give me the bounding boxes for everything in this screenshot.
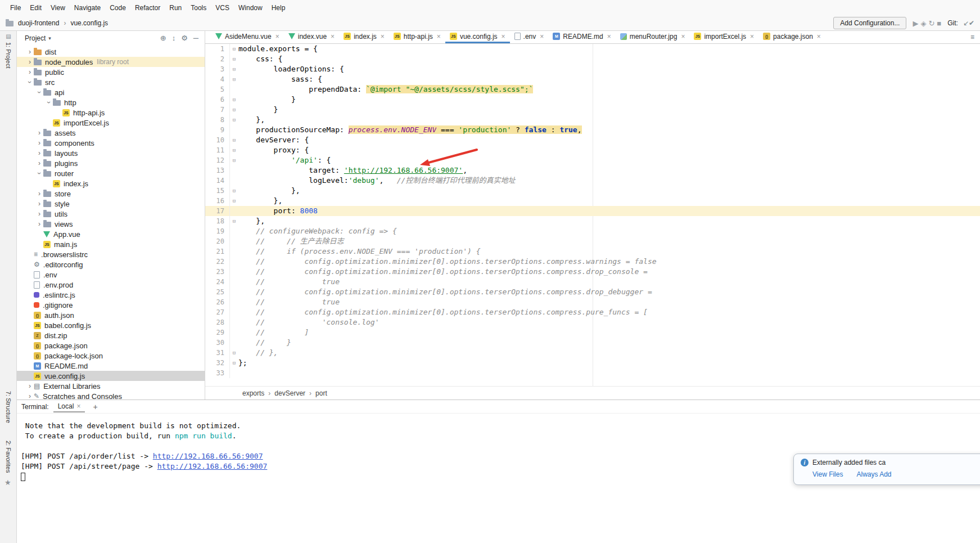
vcs-commit-icon[interactable]: ✔ bbox=[969, 19, 974, 27]
chevron-collapsed-icon[interactable]: › bbox=[35, 160, 43, 167]
tab-close-icon[interactable]: × bbox=[607, 33, 611, 41]
menu-item-help[interactable]: Help bbox=[267, 2, 290, 14]
terminal-url-link[interactable]: http://192.168.66.56:9007 bbox=[153, 452, 263, 460]
tree-item-index-js[interactable]: JSindex.js bbox=[17, 178, 205, 189]
editor-tab--env[interactable]: .env× bbox=[510, 31, 549, 43]
debug-icon[interactable]: ◈ bbox=[919, 19, 927, 28]
fold-marker-icon[interactable]: ⊟ bbox=[230, 44, 238, 54]
settings-gear-icon[interactable]: ⚙ bbox=[178, 34, 191, 42]
tree-item-assets[interactable]: ›assets bbox=[17, 128, 205, 138]
tree-item-dist-zip[interactable]: Zdist.zip bbox=[17, 330, 205, 340]
project-panel-title[interactable]: Project bbox=[25, 34, 46, 42]
stop-icon[interactable]: ■ bbox=[936, 19, 942, 28]
tool-window-tab-structure[interactable]: 7: Structure bbox=[2, 391, 15, 423]
tree-item-auth-json[interactable]: {}auth.json bbox=[17, 310, 205, 320]
code-area[interactable]: 1⊟module.exports = {2⊟ css: {3⊟ loaderOp… bbox=[205, 44, 980, 386]
fold-marker-icon[interactable]: ⊟ bbox=[230, 64, 238, 74]
hide-panel-icon[interactable]: ─ bbox=[191, 34, 201, 42]
tab-close-icon[interactable]: × bbox=[750, 33, 754, 41]
tree-item-router[interactable]: ›router bbox=[17, 168, 205, 178]
tree-item-vue-config-js[interactable]: JSvue.config.js bbox=[17, 371, 205, 381]
chevron-expanded-icon[interactable]: › bbox=[36, 88, 43, 96]
fold-marker-icon[interactable]: ⊟ bbox=[230, 196, 238, 206]
fold-marker-icon[interactable]: ⊟ bbox=[230, 135, 238, 145]
tree-item-layouts[interactable]: ›layouts bbox=[17, 148, 205, 158]
terminal-tab-local[interactable]: Local × bbox=[53, 401, 85, 412]
menu-item-vcs[interactable]: VCS bbox=[211, 2, 234, 14]
url-token[interactable]: 'http://192.168.66.56:9007' bbox=[344, 166, 463, 174]
chevron-collapsed-icon[interactable]: › bbox=[35, 140, 43, 146]
expand-collapse-icon[interactable]: ↕ bbox=[169, 34, 179, 42]
tree-item-babel-config-js[interactable]: JSbabel.config.js bbox=[17, 320, 205, 330]
editor-tab-asidemenu-vue[interactable]: AsideMenu.vue× bbox=[211, 31, 284, 43]
fold-marker-icon[interactable]: ⊟ bbox=[230, 186, 238, 196]
chevron-expanded-icon[interactable]: › bbox=[26, 78, 33, 86]
new-terminal-button[interactable]: + bbox=[89, 402, 101, 411]
tab-close-icon[interactable]: × bbox=[437, 33, 441, 41]
favorites-star-icon[interactable]: ★ bbox=[4, 478, 11, 487]
fold-marker-icon[interactable]: ⊟ bbox=[230, 358, 238, 368]
menu-item-view[interactable]: View bbox=[46, 2, 70, 14]
tree-item--gitignore[interactable]: .gitignore bbox=[17, 300, 205, 310]
fold-marker-icon[interactable]: ⊟ bbox=[230, 216, 238, 226]
view-files-link[interactable]: View Files bbox=[812, 470, 843, 478]
tab-list-icon[interactable]: ≡ bbox=[970, 33, 980, 41]
tree-item-dist[interactable]: ›dist bbox=[17, 47, 205, 57]
tool-window-tab-project[interactable]: ▤ 1: Project bbox=[2, 33, 15, 68]
tab-close-icon[interactable]: × bbox=[502, 33, 505, 41]
tree-item-package-lock-json[interactable]: {}package-lock.json bbox=[17, 351, 205, 361]
fold-marker-icon[interactable]: ⊟ bbox=[230, 74, 238, 84]
tree-item-app-vue[interactable]: App.vue bbox=[17, 229, 205, 239]
tree-item-src[interactable]: ›src bbox=[17, 77, 205, 87]
tab-close-icon[interactable]: × bbox=[381, 33, 385, 41]
tree-item-readme-md[interactable]: MREADME.md bbox=[17, 361, 205, 371]
tab-close-icon[interactable]: × bbox=[276, 33, 279, 41]
editor-breadcrumb-item[interactable]: exports bbox=[242, 389, 264, 397]
vcs-update-icon[interactable]: ↙ bbox=[963, 19, 969, 27]
editor-tab-http-api-js[interactable]: JShttp-api.js× bbox=[389, 31, 445, 43]
chevron-collapsed-icon[interactable]: › bbox=[35, 200, 43, 207]
editor-tab-readme-md[interactable]: MREADME.md× bbox=[548, 31, 615, 43]
tree-item-scratches-and-consoles[interactable]: ›✎Scratches and Consoles bbox=[17, 391, 205, 400]
rerun-icon[interactable]: ↻ bbox=[927, 19, 936, 28]
editor-tab-package-json[interactable]: {}package.json× bbox=[758, 31, 825, 43]
editor-tab-vue-config-js[interactable]: JSvue.config.js× bbox=[445, 31, 510, 43]
editor-breadcrumb-item[interactable]: devServer bbox=[274, 389, 305, 397]
menu-item-refactor[interactable]: Refactor bbox=[130, 2, 165, 14]
chevron-expanded-icon[interactable]: › bbox=[46, 98, 52, 106]
tree-item--env[interactable]: .env bbox=[17, 270, 205, 280]
terminal-url-link[interactable]: http://192.168.66.56:9007 bbox=[157, 462, 268, 470]
chevron-expanded-icon[interactable]: › bbox=[36, 169, 43, 177]
editor-tab-menurouter-jpg[interactable]: menuRouter.jpg× bbox=[616, 31, 690, 43]
tree-item-views[interactable]: ›views bbox=[17, 219, 205, 229]
chevron-collapsed-icon[interactable]: › bbox=[26, 383, 34, 389]
tree-item-external-libraries[interactable]: ›▤External Libraries bbox=[17, 381, 205, 391]
tree-item-main-js[interactable]: JSmain.js bbox=[17, 239, 205, 249]
tree-item-plugins[interactable]: ›plugins bbox=[17, 158, 205, 168]
always-add-link[interactable]: Always Add bbox=[856, 470, 891, 478]
chevron-collapsed-icon[interactable]: › bbox=[26, 59, 34, 65]
add-configuration-button[interactable]: Add Configuration... bbox=[833, 17, 906, 29]
chevron-collapsed-icon[interactable]: › bbox=[35, 210, 43, 217]
tree-item--eslintrc-js[interactable]: .eslintrc.js bbox=[17, 290, 205, 300]
tree-item-public[interactable]: ›public bbox=[17, 67, 205, 77]
chevron-collapsed-icon[interactable]: › bbox=[35, 129, 43, 136]
tree-item--browserslistrc[interactable]: ≡.browserslistrc bbox=[17, 249, 205, 259]
chevron-down-icon[interactable]: ▾ bbox=[48, 35, 51, 41]
fold-marker-icon[interactable]: ⊟ bbox=[230, 348, 238, 358]
menu-item-edit[interactable]: Edit bbox=[25, 2, 46, 14]
fold-marker-icon[interactable]: ⊟ bbox=[230, 145, 238, 155]
menu-item-run[interactable]: Run bbox=[165, 2, 186, 14]
menu-item-code[interactable]: Code bbox=[105, 2, 130, 14]
chevron-collapsed-icon[interactable]: › bbox=[35, 190, 43, 197]
tree-item-package-json[interactable]: {}package.json bbox=[17, 340, 205, 351]
tab-close-icon[interactable]: × bbox=[817, 33, 821, 41]
tab-close-icon[interactable]: × bbox=[540, 33, 544, 41]
breadcrumb-file[interactable]: vue.config.js bbox=[70, 19, 108, 27]
chevron-collapsed-icon[interactable]: › bbox=[26, 48, 34, 55]
tree-item--editorconfig[interactable]: ⚙.editorconfig bbox=[17, 259, 205, 270]
tree-item-node-modules[interactable]: ›node_moduleslibrary root bbox=[17, 57, 205, 67]
tab-close-icon[interactable]: × bbox=[681, 33, 685, 41]
fold-marker-icon[interactable]: ⊟ bbox=[230, 155, 238, 165]
menu-item-window[interactable]: Window bbox=[234, 2, 267, 14]
